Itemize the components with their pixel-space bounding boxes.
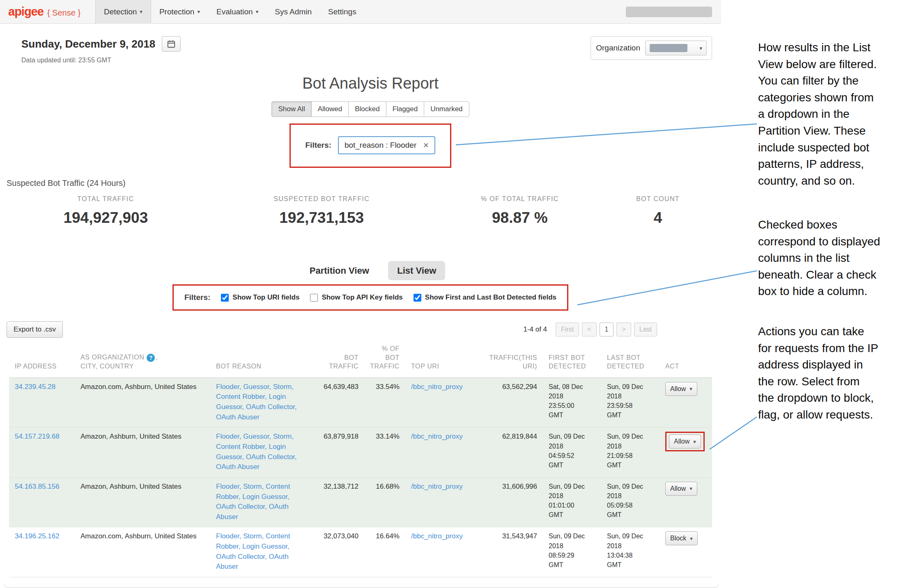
chevron-down-icon: ▾ — [256, 9, 259, 15]
annotation-checkbox-note: Checked boxes correspond to displayed co… — [758, 217, 909, 300]
bot-reason-links[interactable]: Flooder, Guessor, Storm, Content Robber,… — [216, 383, 297, 421]
tab-partition-view[interactable]: Partition View — [301, 261, 378, 280]
ip-cell: 34.196.25.162 — [9, 527, 75, 577]
top-nav: apigee { Sense } Detection ▾ Protection … — [0, 0, 721, 24]
nav-sys-admin[interactable]: Sys Admin — [267, 0, 320, 24]
organization-select[interactable]: ▾ — [645, 41, 707, 55]
filter-tag-bot-reason[interactable]: bot_reason : Flooder ✕ — [338, 136, 436, 154]
nav-protection-label: Protection — [159, 7, 195, 16]
account-menu-redacted[interactable] — [626, 7, 712, 17]
bot-reason-cell: Flooder, Storm, Content Robber, Login Gu… — [210, 527, 311, 577]
bot-traffic-cell: 63,879,918 — [311, 428, 364, 478]
top-uri-link[interactable]: /bbc_nitro_proxy — [411, 483, 463, 490]
nav-protection[interactable]: Protection ▾ — [151, 0, 208, 24]
column-filters-highlight-box: Filters: Show Top URI fields Show Top AP… — [172, 284, 568, 311]
help-icon[interactable]: ? — [147, 354, 155, 362]
panel-bottom-border — [4, 583, 719, 588]
table-row: 54.157.219.68 Amazon, Ashburn, United St… — [9, 428, 712, 478]
nav-sys-admin-label: Sys Admin — [275, 7, 312, 16]
app-window: apigee { Sense } Detection ▾ Protection … — [0, 0, 721, 577]
pct-bot-traffic-cell: 33.14% — [364, 428, 405, 478]
main-content: Sunday, December 9, 2018 Data updated un… — [0, 24, 721, 577]
pagination-first-button[interactable]: First — [556, 323, 579, 336]
traffic-this-uri-cell: 62,819,844 — [479, 428, 543, 478]
checkbox-top-api-key-fields[interactable] — [310, 294, 318, 302]
organization-value-redacted — [650, 44, 687, 52]
last-bot-detected-cell: Sun, 09 Dec 2018 21:09:58 GMT — [601, 428, 660, 478]
bot-reason-links[interactable]: Flooder, Storm, Content Robber, Login Gu… — [216, 532, 290, 570]
tab-list-view[interactable]: List View — [388, 261, 445, 280]
ip-link[interactable]: 54.157.219.68 — [15, 432, 60, 440]
brand-sense: { Sense } — [47, 8, 80, 18]
chevron-down-icon: ▾ — [690, 535, 693, 542]
stat-value: 194,927,903 — [7, 209, 205, 227]
top-uri-link[interactable]: /bbc_nitro_proxy — [411, 532, 463, 540]
top-uri-link[interactable]: /bbc_nitro_proxy — [411, 383, 463, 391]
col-header-ip: IP ADDRESS — [9, 344, 75, 378]
chevron-down-icon: ▾ — [693, 439, 696, 445]
action-dropdown[interactable]: Allow ▾ — [665, 482, 697, 496]
nav-detection[interactable]: Detection ▾ — [95, 0, 151, 24]
ip-link[interactable]: 34.239.45.28 — [15, 383, 55, 391]
pagination-next-button[interactable]: > — [616, 323, 631, 336]
nav-items: Detection ▾ Protection ▾ Evaluation ▾ Sy… — [95, 0, 365, 24]
stat-label: SUSPECTED BOT TRAFFIC — [205, 195, 439, 203]
first-bot-detected-cell: Sun, 09 Dec 2018 08:59:29 GMT — [543, 527, 601, 577]
filter-checkbox-api-key[interactable]: Show Top API Key fields — [310, 293, 402, 302]
pct-bot-traffic-cell: 16.64% — [364, 527, 405, 577]
action-wrap: Block ▾ — [665, 531, 698, 545]
pagination-prev-button[interactable]: < — [582, 323, 596, 336]
bot-traffic-cell: 32,073,040 — [311, 527, 364, 577]
col-header-act: ACT — [660, 344, 712, 378]
stat-label: BOT COUNT — [601, 195, 715, 203]
calendar-button[interactable] — [162, 36, 181, 52]
ip-cell: 54.157.219.68 — [9, 428, 75, 478]
ip-link[interactable]: 34.196.25.162 — [15, 532, 60, 540]
col-header-traffic-this-uri: TRAFFIC(THIS URI) — [479, 344, 543, 378]
ip-link[interactable]: 54.163.85.156 — [15, 483, 60, 490]
tab-flagged[interactable]: Flagged — [386, 101, 424, 117]
chevron-down-icon: ▾ — [140, 9, 142, 15]
action-dropdown[interactable]: Allow ▾ — [665, 382, 697, 396]
organization-control: Organization ▾ — [591, 36, 712, 60]
remove-filter-icon[interactable]: ✕ — [423, 141, 429, 150]
checkbox-first-last-detected-fields[interactable] — [414, 294, 421, 302]
chevron-down-icon: ▾ — [689, 386, 692, 392]
tab-blocked[interactable]: Blocked — [348, 101, 386, 117]
bot-reason-cell: Flooder, Guessor, Storm, Content Robber,… — [210, 378, 311, 428]
traffic-this-uri-cell: 31,606,996 — [479, 477, 543, 527]
action-label: Allow — [670, 485, 686, 492]
table-body: 34.239.45.28 Amazon.com, Ashburn, United… — [9, 378, 712, 577]
top-uri-link[interactable]: /bbc_nitro_proxy — [411, 432, 463, 440]
act-cell: Allow ▾ — [660, 428, 712, 478]
top-uri-cell: /bbc_nitro_proxy — [405, 527, 479, 577]
nav-evaluation[interactable]: Evaluation ▾ — [208, 0, 267, 24]
action-dropdown[interactable]: Block ▾ — [665, 531, 698, 545]
action-dropdown[interactable]: Allow ▾ — [669, 435, 701, 448]
ip-cell: 54.163.85.156 — [9, 477, 75, 527]
pagination-last-button[interactable]: Last — [634, 323, 657, 336]
tab-unmarked[interactable]: Unmarked — [424, 101, 469, 117]
stat-label: TOTAL TRAFFIC — [7, 195, 205, 203]
act-cell: Allow ▾ — [660, 477, 712, 527]
pagination-page-1[interactable]: 1 — [600, 323, 614, 336]
stat-label: % OF TOTAL TRAFFIC — [439, 195, 602, 203]
bot-reason-links[interactable]: Flooder, Guessor, Storm, Content Robber,… — [216, 432, 297, 471]
export-csv-button[interactable]: Export to .csv — [7, 321, 63, 338]
checkbox-label: Show First and Last Bot Detected fields — [425, 293, 556, 302]
bot-reason-links[interactable]: Flooder, Storm, Content Robber, Login Gu… — [216, 483, 290, 521]
view-tabs: Partition View List View — [16, 265, 730, 276]
pagination: 1-4 of 4 First < 1 > Last — [523, 323, 657, 336]
first-bot-detected-cell: Sun, 09 Dec 2018 01:01:00 GMT — [543, 477, 601, 527]
nav-settings[interactable]: Settings — [320, 0, 365, 24]
nav-detection-label: Detection — [104, 7, 137, 16]
checkbox-top-uri-fields[interactable] — [221, 294, 229, 302]
tab-allowed[interactable]: Allowed — [311, 101, 349, 117]
first-bot-detected-cell: Sat, 08 Dec 2018 23:55:00 GMT — [543, 378, 601, 428]
tab-show-all[interactable]: Show All — [271, 101, 311, 117]
filter-checkbox-first-last-detected[interactable]: Show First and Last Bot Detected fields — [414, 293, 556, 302]
organization-label: Organization — [596, 43, 640, 53]
action-wrap: Allow ▾ — [665, 432, 705, 451]
top-uri-cell: /bbc_nitro_proxy — [405, 428, 479, 478]
filter-checkbox-top-uri[interactable]: Show Top URI fields — [221, 293, 299, 302]
